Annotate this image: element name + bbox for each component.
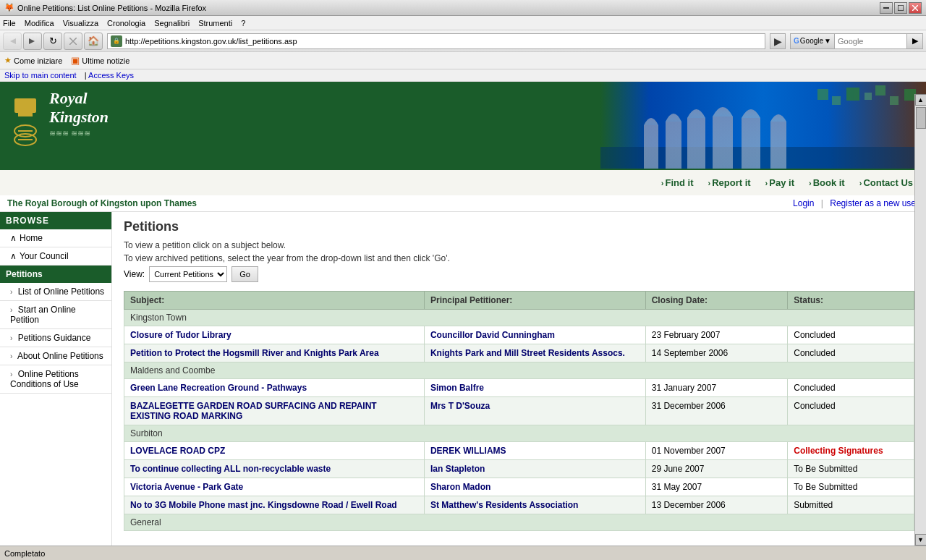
view-select[interactable]: Current Petitions 2006 2005 2004 [149,266,227,282]
stop-button[interactable] [64,33,82,50]
nav-arrow-report: › [708,179,710,187]
view-label: View: [124,269,145,279]
petition-subject-link[interactable]: Victoria Avenue - Park Gate [130,482,243,492]
navigate-button[interactable]: ▶ [770,33,786,49]
window-controls[interactable] [880,2,922,14]
home-button[interactable]: 🏠 [84,33,103,50]
petition-subject-link[interactable]: Green Lane Recreation Ground - Pathways [130,383,307,393]
svg-rect-27 [875,85,885,96]
refresh-button[interactable]: ↻ [43,33,62,50]
google-icon: G [794,37,799,45]
nav-arrow-book: › [809,179,812,187]
sidebar-browse-header: BROWSE [0,212,111,229]
table-row: To continue collecting ALL non-recyclabl… [124,460,914,478]
scrollbar[interactable]: ▲ ▼ [914,94,926,546]
logo-line2: Kingston [49,108,109,127]
sidebar-item-start-petition[interactable]: › Start an Online Petition [0,301,111,329]
svg-rect-20 [713,116,733,169]
table-row: Petition to Protect the Hogsmill River a… [124,344,914,362]
petitioner-link[interactable]: Simon Balfre [430,383,484,393]
scroll-up-arrow[interactable]: ▲ [915,94,927,106]
petition-subject-link[interactable]: BAZALEGETTE GARDEN ROAD SURFACING AND RE… [130,401,377,421]
intro-line2: To view archived petitions, select the y… [124,253,914,263]
menu-visualizza[interactable]: Visualizza [63,19,98,27]
search-input[interactable] [835,33,907,49]
browser-toolbar: ↻ 🏠 🔒 http://epetitions.kingston.gov.uk/… [0,30,926,52]
scroll-down-arrow[interactable]: ▼ [915,534,927,546]
site-header: Royal Kingston ≋≋≋ ≋≋≋ [0,82,926,169]
search-go-button[interactable]: ▶ [907,33,923,49]
section-row: Surbiton [124,425,914,442]
address-text[interactable]: http://epetitions.kingston.gov.uk/list_p… [125,37,762,46]
menu-modifica[interactable]: Modifica [25,19,54,27]
scroll-thumb[interactable] [916,107,926,129]
status-badge: Collecting Signatures [794,446,883,456]
nav-find-it[interactable]: › Find it [655,174,700,191]
go-button[interactable]: Go [232,266,258,282]
menu-cronologia[interactable]: Cronologia [107,19,145,27]
petitioner-link[interactable]: DEREK WILLIAMS [430,446,506,456]
search-bar: G Google ▼ ▶ [790,33,923,49]
petition-subject-link[interactable]: No to 3G Mobile Phone mast jnc. Kingsdow… [130,500,397,510]
logo-text-block: Royal Kingston ≋≋≋ ≋≋≋ [49,89,109,138]
menu-file[interactable]: File [3,19,16,27]
sidebar-item-list-petitions[interactable]: › List of Online Petitions [0,283,111,301]
svg-rect-18 [666,122,681,169]
nav-pay-it[interactable]: › Pay it [760,174,800,191]
bookmark-label: Come iniziare [14,56,62,65]
bookmark-come-iniziare[interactable]: ★ Come iniziare [4,56,62,65]
login-controls: Login | Register as a new user [793,198,919,208]
close-button[interactable] [909,2,922,14]
status-cell: Collecting Signatures [788,442,914,460]
sidebar-item-conditions[interactable]: › Online Petitions Conditions of Use [0,365,111,394]
arrow-right-icon-4: › [10,352,12,360]
petition-subject-link[interactable]: Petition to Protect the Hogsmill River a… [130,348,379,358]
svg-rect-21 [742,118,760,169]
minimize-button[interactable] [880,2,893,14]
petitioner-link[interactable]: Knights Park and Mill Street Residents A… [430,348,625,358]
arrow-right-icon-5: › [10,370,12,378]
col-header-subject: Subject: [124,292,425,310]
skip-main-content-link[interactable]: Skip to main content [4,71,77,80]
register-link[interactable]: Register as a new user [830,198,919,208]
page-title: Petitions [124,219,914,234]
sidebar-item-your-council[interactable]: ∧ Your Council [0,247,111,266]
nav-arrow-find: › [661,179,664,187]
svg-rect-0 [883,7,889,9]
rss-icon: ▣ [71,55,80,66]
forward-button[interactable] [23,33,42,50]
search-engine-selector[interactable]: G Google ▼ [790,33,835,49]
petitioner-link[interactable]: Mrs T D'Souza [430,401,490,411]
bookmark-ultime-notizie[interactable]: ▣ Ultime notizie [71,55,129,66]
petitioner-link[interactable]: Councillor David Cunningham [430,330,555,340]
menu-strumenti[interactable]: Strumenti [198,19,232,27]
sidebar-item-home[interactable]: ∧ Home [0,229,111,247]
petitioner-link[interactable]: Sharon Madon [430,482,490,492]
table-row: BAZALEGETTE GARDEN ROAD SURFACING AND RE… [124,397,914,425]
petition-subject-link[interactable]: LOVELACE ROAD CPZ [130,446,225,456]
sidebar-item-about[interactable]: › About Online Petitions [0,347,111,365]
nav-report-it[interactable]: › Report it [702,174,756,191]
closing-date-cell: 29 June 2007 [645,460,788,478]
maximize-button[interactable] [894,2,907,14]
arrow-right-icon: › [10,288,12,296]
login-link[interactable]: Login [793,198,814,208]
svg-rect-10 [18,113,33,116]
skip-links-bar: Skip to main content | Access Keys [0,69,926,82]
access-keys-link[interactable]: Access Keys [88,71,134,80]
petition-subject-link[interactable]: To continue collecting ALL non-recyclabl… [130,464,331,474]
nav-contact-us[interactable]: › Contact Us [854,174,919,191]
sidebar-item-guidance[interactable]: › Petitions Guidance [0,329,111,347]
section-row: General [124,514,914,531]
nav-book-it[interactable]: › Book it [803,174,851,191]
browser-title: Online Petitions: List Online Petitions … [17,4,206,12]
site-logo[interactable]: Royal Kingston ≋≋≋ ≋≋≋ [7,89,109,158]
petition-subject-link[interactable]: Closure of Tudor Library [130,330,232,340]
bookmark-rss-label: Ultime notizie [82,56,129,65]
petitioner-link[interactable]: St Matthew's Residents Association [430,500,578,510]
petitioner-link[interactable]: Ian Stapleton [430,464,485,474]
svg-rect-1 [898,5,904,11]
back-button[interactable] [3,33,22,50]
menu-help[interactable]: ? [241,19,245,27]
menu-segnalibri[interactable]: Segnalibri [154,19,190,27]
